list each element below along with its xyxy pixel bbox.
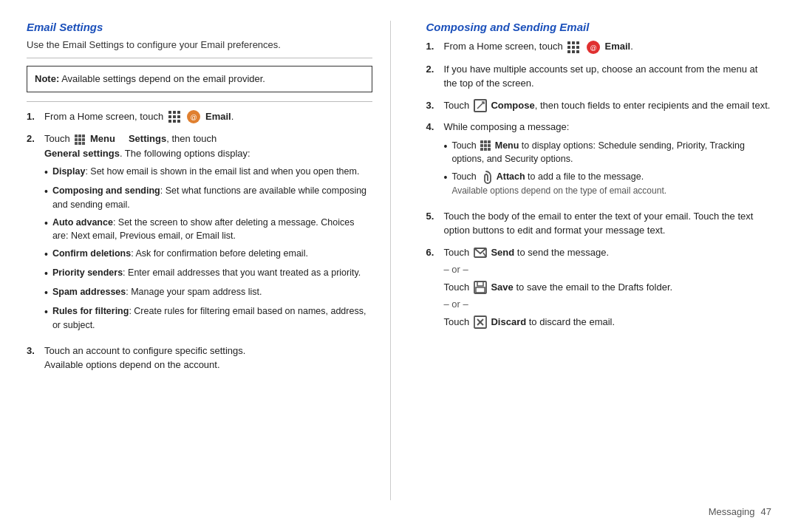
menu-label: Menu — [90, 133, 115, 144]
svg-rect-26 — [567, 50, 570, 53]
bullet-attach: Touch Attach to add a file to the messag… — [444, 170, 772, 198]
divider — [27, 58, 372, 58]
divider2 — [27, 101, 372, 102]
left-step-3: 3. Touch an account to configure specifi… — [27, 344, 372, 372]
svg-rect-28 — [576, 50, 579, 53]
right-step-num-6: 6. — [426, 245, 441, 330]
bullet-auto-advance: Auto advance: Set the screen to show aft… — [44, 216, 372, 244]
step-1-content: From a Home screen, touch — [44, 109, 372, 125]
page: Email Settings Use the Email Settings to… — [0, 0, 798, 532]
svg-rect-34 — [484, 140, 487, 143]
step-2-content: Touch — [44, 132, 372, 336]
step-num-1: 1. — [27, 109, 41, 125]
left-step-2: 2. Touch — [27, 132, 372, 336]
svg-rect-23 — [567, 46, 570, 49]
or-line-2: – or – — [444, 297, 772, 312]
menu-icon-left — [74, 134, 86, 146]
email-label-1: Email — [205, 111, 231, 122]
svg-text:@: @ — [191, 114, 197, 121]
svg-rect-27 — [572, 50, 575, 53]
svg-rect-16 — [82, 138, 85, 141]
svg-rect-21 — [572, 41, 575, 44]
right-steps-list: 1. From a Home screen, touch — [426, 39, 772, 329]
apps-grid-icon-right — [567, 41, 580, 54]
footer: Messaging 47 — [27, 500, 771, 517]
right-step-num-2: 2. — [426, 62, 441, 91]
right-section-title: Composing and Sending Email — [426, 21, 772, 33]
svg-rect-7 — [173, 120, 176, 123]
svg-rect-24 — [572, 46, 575, 49]
left-intro: Use the Email Settings to configure your… — [27, 39, 372, 50]
bullet-spam-addresses: Spam addresses: Manage your spam address… — [44, 285, 372, 301]
left-step-1: 1. From a Home screen, touch — [27, 109, 372, 125]
svg-rect-38 — [488, 144, 491, 147]
svg-rect-33 — [480, 140, 483, 143]
right-step-4-bullets: Touch — [444, 139, 772, 198]
step-3-content: Touch an account to configure specific s… — [44, 344, 372, 372]
send-label: Send — [491, 247, 514, 258]
svg-rect-35 — [488, 140, 491, 143]
svg-rect-36 — [480, 144, 483, 147]
step-num-3: 3. — [27, 344, 41, 372]
right-step-4-content: While composing a message: Touch — [444, 120, 772, 202]
svg-rect-4 — [173, 115, 176, 118]
discard-label: Discard — [491, 316, 526, 327]
right-step-1-content: From a Home screen, touch — [444, 39, 772, 55]
svg-rect-6 — [168, 120, 171, 123]
note-box: Note: Available settings depend on the e… — [27, 66, 372, 92]
right-step-6-content: Touch Send to send the message. – or – T… — [444, 245, 772, 330]
bullet-composing: Composing and sending: Set what function… — [44, 184, 372, 212]
right-step-2: 2. If you have multiple accounts set up,… — [426, 62, 772, 91]
email-icon-left: @ — [186, 109, 201, 124]
compose-icon-right — [474, 99, 487, 112]
svg-rect-5 — [177, 115, 180, 118]
bullet-priority-senders: Priority senders: Enter email addresses … — [44, 266, 372, 282]
attach-icon-inline — [480, 171, 492, 184]
left-section-title: Email Settings — [27, 21, 372, 33]
right-step-1: 1. From a Home screen, touch — [426, 39, 772, 55]
general-settings-label: General settings — [44, 148, 120, 159]
menu-icon-compose — [480, 140, 491, 151]
send-icon-inline — [474, 247, 487, 259]
bullet-confirm-deletions: Confirm deletions: Ask for confirmation … — [44, 247, 372, 262]
svg-rect-8 — [177, 120, 180, 123]
save-icon-inline — [474, 281, 487, 294]
footer-section: Messaging — [709, 506, 755, 517]
right-step-5: 5. Touch the body of the email to enter … — [426, 209, 772, 238]
note-label: Note: — [35, 73, 59, 84]
svg-rect-19 — [82, 142, 85, 145]
content-columns: Email Settings Use the Email Settings to… — [27, 21, 771, 500]
step-2-bullets: Display: Set how email is shown in the e… — [44, 165, 372, 332]
svg-rect-3 — [168, 115, 171, 118]
svg-rect-18 — [78, 142, 81, 145]
svg-rect-39 — [480, 148, 483, 151]
svg-rect-14 — [75, 138, 78, 141]
bullet-rules-filtering: Rules for filtering: Create rules for fi… — [44, 304, 372, 332]
left-steps-list: 1. From a Home screen, touch — [27, 109, 372, 372]
compose-label: Compose — [491, 100, 534, 111]
right-step-3-content: Touch Compose, then touch fields to ente… — [444, 98, 772, 113]
right-step-num-4: 4. — [426, 120, 441, 202]
bullet-menu-options: Touch — [444, 139, 772, 167]
svg-rect-25 — [576, 46, 579, 49]
svg-rect-12 — [78, 134, 81, 137]
settings-label: Settings — [129, 133, 166, 144]
note-text: Available settings depend on the email p… — [61, 73, 265, 84]
svg-rect-46 — [476, 287, 485, 293]
save-label: Save — [491, 282, 513, 293]
right-step-5-content: Touch the body of the email to enter the… — [444, 209, 772, 238]
right-step-num-1: 1. — [426, 39, 441, 55]
svg-rect-1 — [173, 111, 176, 114]
left-column: Email Settings Use the Email Settings to… — [27, 21, 391, 500]
svg-rect-15 — [78, 138, 81, 141]
svg-rect-2 — [177, 111, 180, 114]
step-num-2: 2. — [27, 132, 41, 336]
bullet-display: Display: Set how email is shown in the e… — [44, 165, 372, 180]
email-icon-right: @ — [586, 40, 601, 55]
right-step-4: 4. While composing a message: Touch — [426, 120, 772, 202]
svg-rect-37 — [484, 144, 487, 147]
right-step-num-3: 3. — [426, 98, 441, 113]
discard-icon-inline — [474, 316, 487, 329]
footer-page-num: 47 — [761, 506, 771, 517]
svg-rect-20 — [567, 41, 570, 44]
